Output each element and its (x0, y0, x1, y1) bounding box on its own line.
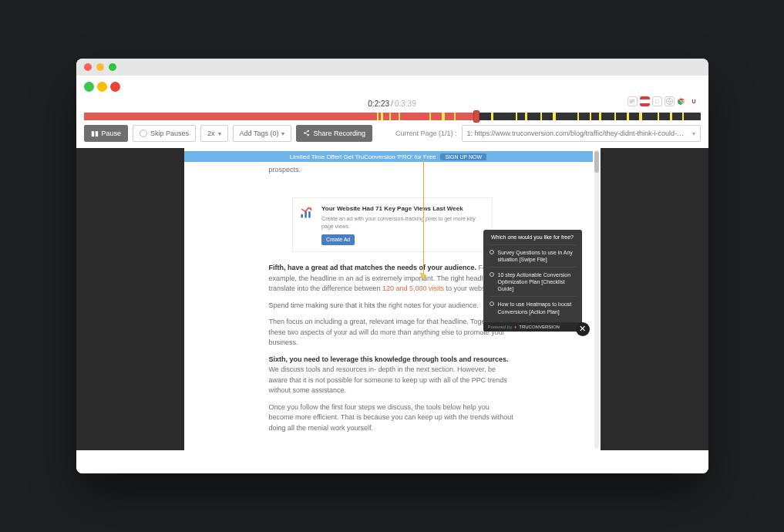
share-label: Share Recording (313, 130, 365, 137)
timeline-event-marker (658, 113, 659, 120)
radio-icon (140, 130, 147, 137)
extension-dot-red[interactable] (110, 82, 120, 92)
page-navigator: Current Page (1/1) : 1: https://www.truc… (395, 125, 701, 142)
chevron-down-icon (281, 130, 284, 137)
pause-icon: ▮▮ (91, 130, 99, 137)
timeline-event-marker (540, 113, 542, 120)
radio-icon (490, 272, 494, 277)
skip-pauses-toggle[interactable]: Skip Pauses (133, 125, 196, 142)
flame-icon: ♦ (514, 325, 516, 329)
chevron-down-icon (218, 130, 221, 137)
extension-dot-orange[interactable] (97, 82, 107, 92)
popup-option[interactable]: Survey Questions to use in Any situation… (490, 244, 576, 267)
svg-point-3 (681, 100, 682, 102)
timeline-event-marker (682, 113, 684, 120)
add-tags-button[interactable]: Add Tags (0) (233, 125, 292, 142)
timeline-event-marker (491, 113, 493, 120)
timeline-event-marker (377, 113, 379, 120)
timeline-event-marker (525, 113, 527, 120)
time-total: 0:3:39 (395, 99, 416, 108)
share-recording-button[interactable]: Share Recording (296, 125, 372, 142)
paragraph: prospects. (269, 165, 516, 176)
timeline-event-marker (614, 113, 616, 120)
globe-icon[interactable] (665, 96, 675, 106)
window-maximize-icon[interactable] (109, 63, 116, 71)
skip-pauses-label: Skip Pauses (150, 130, 189, 137)
paragraph: Fifth, have a great ad that matches the … (269, 263, 516, 295)
playback-timeline[interactable] (84, 113, 701, 120)
page-scrollbar[interactable] (594, 150, 599, 449)
bold-lead: Fifth, have a great ad that matches the … (269, 264, 477, 271)
window-titlebar (76, 59, 708, 76)
timeline-event-marker (639, 113, 642, 120)
ublock-icon[interactable]: U (689, 96, 699, 106)
playback-controls: ▮▮ Pause Skip Pauses 2x Add Tags (0) Sha… (84, 125, 701, 146)
timeline-event-marker (577, 113, 579, 120)
timeline-event-marker (627, 113, 629, 120)
recorded-page: Limited Time Offer! Get TruConversion 'P… (184, 148, 601, 450)
timeline-event-marker (399, 113, 400, 120)
share-icon (303, 130, 310, 138)
paragraph: Sixth, you need to leverage this knowled… (269, 355, 516, 396)
window-close-icon[interactable] (84, 63, 92, 71)
extension-dot-green[interactable] (84, 82, 94, 92)
time-current: 0:2:23 (368, 99, 389, 108)
pause-button[interactable]: ▮▮ Pause (84, 125, 129, 142)
popup-option-label: How to use Heatmaps to boost Conversions… (498, 301, 576, 315)
add-tags-label: Add Tags (0) (240, 130, 279, 137)
popup-title: Which one would you like for free? (490, 234, 576, 240)
scroll-thumb[interactable] (594, 151, 599, 173)
window-minimize-icon[interactable] (96, 63, 104, 71)
inline-link[interactable]: 120 and 5,000 visits (382, 285, 444, 292)
timeline-event-marker (454, 113, 456, 120)
promo-subtitle: Create an ad with your conversion-tracki… (321, 215, 485, 231)
radio-icon (490, 250, 494, 254)
browser-extension-tray (84, 82, 701, 96)
create-ad-button[interactable]: Create Ad (321, 234, 355, 246)
popup-option[interactable]: How to use Heatmaps to boost Conversions… (490, 296, 576, 318)
timeline-event-marker (553, 113, 556, 120)
timeline-event-marker (516, 113, 517, 120)
chart-arrow-icon (299, 204, 315, 221)
mouse-trail (423, 157, 424, 277)
speed-select[interactable]: 2x (200, 125, 228, 142)
paragraph: Once you follow the first four steps we … (269, 402, 516, 434)
timeline-progress (84, 113, 479, 120)
window-footer (76, 450, 708, 473)
timeline-playhead[interactable] (473, 110, 479, 123)
popup-footer: Powered by ♦ TRUCONVERSION (483, 322, 582, 332)
country-flag-icon[interactable] (640, 96, 650, 106)
timeline-event-marker (429, 113, 431, 120)
popup-option-label: 10 step Actionable Conversion Optimizati… (498, 271, 576, 292)
device-desktop-icon[interactable]: □ (652, 96, 662, 106)
fb-ad-promo-card: Your Website Had 71 Key Page Views Last … (292, 197, 493, 253)
speed-label: 2x (207, 130, 215, 137)
timeline-event-marker (442, 113, 445, 120)
cursor-icon (419, 271, 429, 282)
current-page-label: Current Page (1/1) : (395, 130, 457, 137)
page-url-select[interactable]: 1: https://www.truconversion.com/blog/tr… (462, 125, 701, 142)
timeline-event-marker (389, 113, 391, 120)
radio-icon (490, 301, 494, 306)
popup-option[interactable]: 10 step Actionable Conversion Optimizati… (490, 267, 576, 296)
timeline-event-marker (599, 113, 601, 120)
bold-lead: Sixth, you need to leverage this knowled… (269, 355, 509, 363)
app-window: 0:2:23 / 0:3:39 IP □ U (76, 59, 708, 473)
timeline-event-marker (590, 113, 591, 120)
promo-title: Your Website Had 71 Key Page Views Last … (321, 204, 485, 214)
recording-viewport: Limited Time Offer! Get TruConversion 'P… (76, 148, 708, 450)
paragraph: Then focus on including a great, relevan… (269, 317, 516, 348)
toolbar: 0:2:23 / 0:3:39 IP □ U (76, 76, 708, 148)
timeline-event-marker (670, 113, 672, 120)
survey-popup: Which one would you like for free? Surve… (483, 230, 582, 332)
popup-option-label: Survey Questions to use in Any situation… (498, 249, 576, 263)
chrome-icon[interactable] (677, 96, 687, 106)
playback-time: 0:2:23 / 0:3:39 IP □ U (84, 96, 701, 113)
close-icon[interactable]: ✕ (576, 322, 590, 336)
page-url-value: 1: https://www.truconversion.com/blog/tr… (467, 130, 686, 137)
timeline-event-marker (381, 113, 383, 120)
pause-label: Pause (102, 130, 122, 137)
visitor-meta: IP □ U (628, 96, 699, 106)
ip-icon[interactable]: IP (628, 96, 638, 106)
brand-label: TRUCONVERSION (519, 325, 560, 329)
